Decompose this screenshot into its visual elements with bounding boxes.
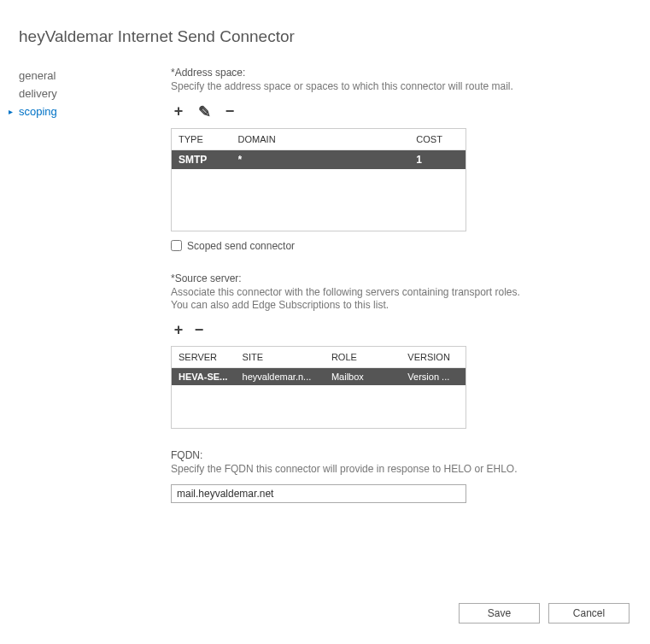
cell-domain: * bbox=[238, 154, 417, 166]
cell-site: heyvaldemar.n... bbox=[243, 372, 331, 382]
address-space-table: TYPE DOMAIN COST SMTP * 1 bbox=[171, 128, 466, 231]
fqdn-input[interactable] bbox=[171, 484, 466, 503]
header-role: ROLE bbox=[331, 352, 407, 362]
remove-icon[interactable]: − bbox=[191, 321, 207, 339]
fqdn-section: FQDN: Specify the FQDN this connector wi… bbox=[171, 449, 522, 504]
add-icon[interactable]: + bbox=[171, 321, 186, 339]
cell-version: Version ... bbox=[407, 372, 459, 382]
cell-type: SMTP bbox=[179, 154, 238, 166]
address-space-label: *Address space: bbox=[171, 67, 522, 79]
address-space-section: *Address space: Specify the address spac… bbox=[171, 67, 522, 252]
header-domain: DOMAIN bbox=[238, 134, 417, 144]
table-empty-area bbox=[172, 169, 466, 231]
page-title: heyValdemar Internet Send Connector bbox=[0, 0, 650, 67]
save-button[interactable]: Save bbox=[459, 603, 540, 624]
header-cost: COST bbox=[416, 134, 459, 144]
remove-icon[interactable]: − bbox=[222, 102, 237, 120]
cell-cost: 1 bbox=[416, 154, 459, 166]
cell-server: HEVA-SE... bbox=[179, 372, 243, 382]
add-icon[interactable]: + bbox=[171, 102, 186, 120]
cancel-button[interactable]: Cancel bbox=[548, 603, 630, 624]
sidebar-item-delivery[interactable]: delivery bbox=[19, 85, 171, 102]
table-header: SERVER SITE ROLE VERSION bbox=[172, 347, 466, 368]
sidebar-item-general[interactable]: general bbox=[19, 67, 171, 85]
fqdn-label: FQDN: bbox=[171, 449, 522, 461]
address-space-help: Specify the address space or spaces to w… bbox=[171, 80, 522, 94]
source-server-table: SERVER SITE ROLE VERSION HEVA-SE... heyv… bbox=[171, 346, 466, 429]
source-server-section: *Source server: Associate this connector… bbox=[171, 272, 522, 429]
sidebar-item-scoping[interactable]: scoping bbox=[19, 102, 171, 120]
header-site: SITE bbox=[243, 352, 331, 362]
header-server: SERVER bbox=[179, 352, 243, 362]
table-header: TYPE DOMAIN COST bbox=[172, 129, 466, 150]
header-type: TYPE bbox=[179, 134, 238, 144]
source-server-toolbar: + − bbox=[171, 321, 522, 339]
scoped-checkbox-row: Scoped send connector bbox=[171, 240, 522, 252]
table-row[interactable]: SMTP * 1 bbox=[172, 150, 466, 169]
table-row[interactable]: HEVA-SE... heyvaldemar.n... Mailbox Vers… bbox=[172, 368, 466, 385]
cell-role: Mailbox bbox=[331, 372, 407, 382]
scoped-checkbox[interactable] bbox=[171, 240, 182, 251]
fqdn-help: Specify the FQDN this connector will pro… bbox=[171, 463, 522, 477]
edit-icon[interactable]: ✎ bbox=[196, 102, 212, 121]
sidebar: general delivery scoping bbox=[0, 67, 171, 524]
source-server-help: Associate this connector with the follow… bbox=[171, 286, 522, 313]
header-version: VERSION bbox=[407, 352, 459, 362]
source-server-label: *Source server: bbox=[171, 272, 522, 284]
address-space-toolbar: + ✎ − bbox=[171, 102, 522, 121]
scoped-label: Scoped send connector bbox=[187, 240, 295, 252]
table-empty-area bbox=[172, 385, 466, 428]
button-row: Save Cancel bbox=[459, 603, 630, 624]
